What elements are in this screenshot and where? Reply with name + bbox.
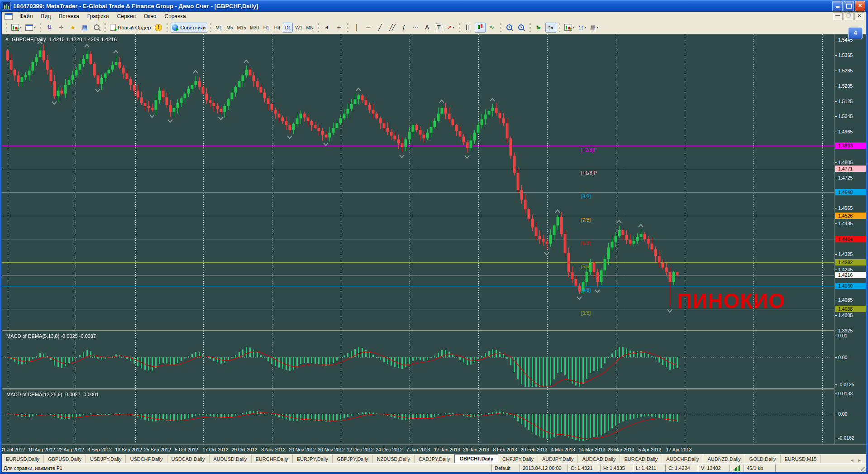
symbol-tab-audchf[interactable]: AUDCHF,Daily <box>662 455 703 463</box>
auto-scroll-button[interactable]: t▸ <box>534 23 544 33</box>
window-border-right <box>866 12 868 474</box>
symbol-tab-usdchf[interactable]: USDCHF,Daily <box>126 455 167 463</box>
market-watch-button[interactable]: ⇅ <box>44 23 55 33</box>
maximize-button[interactable] <box>844 1 854 11</box>
timeframe-button-m30[interactable]: M30 <box>248 23 260 33</box>
periods-button[interactable]: ◷▾ <box>577 23 588 33</box>
menu-item-файл[interactable]: Файл <box>15 12 37 20</box>
profiles-button[interactable]: ▾ <box>24 23 37 33</box>
time-axis[interactable]: 31 Jul 201210 Aug 201222 Aug 20123 Sep 2… <box>2 444 866 455</box>
symbol-tab-audjpy[interactable]: AUDJPY,Daily <box>538 455 578 463</box>
timeframe-button-d1[interactable]: D1 <box>283 23 293 33</box>
templates-button[interactable]: ▦▾ <box>589 23 600 33</box>
cycle-lines-button[interactable]: ⋯ <box>410 23 421 33</box>
symbol-tab-gbpchf[interactable]: GBPCHF,Daily <box>454 454 498 463</box>
menu-item-справка[interactable]: Справка <box>161 12 190 20</box>
toolbar-grip[interactable] <box>529 23 531 32</box>
symbol-tab-usdcad[interactable]: USDCAD,Daily <box>167 455 210 463</box>
menu-item-окно[interactable]: Окно <box>140 12 161 20</box>
channel-button[interactable]: ╱╱ <box>386 23 397 33</box>
cursor-tool-button[interactable]: ➤ <box>322 23 333 33</box>
horizontal-line-button[interactable]: ─ <box>363 23 374 33</box>
symbol-tab-audnzd[interactable]: AUDNZD,Daily <box>703 455 745 463</box>
timeframe-button-mn[interactable]: MN <box>305 23 315 33</box>
crosshair-tool-button[interactable]: ＋ <box>334 23 344 33</box>
symbol-tab-cadjpy[interactable]: CADJPY,Daily <box>415 455 455 463</box>
new-chart-button[interactable]: ▾ <box>10 23 23 33</box>
text-label-button[interactable]: T <box>434 23 444 33</box>
menu-item-вид[interactable]: Вид <box>37 12 55 20</box>
toolbar-grip[interactable] <box>6 23 7 32</box>
strategy-tester-button[interactable] <box>91 23 102 33</box>
toolbar-grip[interactable] <box>40 23 41 32</box>
toolbar-grip[interactable] <box>105 23 106 32</box>
timeframe-button-h4[interactable]: H4 <box>272 23 282 33</box>
symbol-tab-gold[interactable]: GOLD,Daily <box>745 455 781 463</box>
menu-item-вставка[interactable]: Вставка <box>55 12 83 20</box>
navigator-button[interactable]: ★ <box>67 23 78 33</box>
trendline-button[interactable]: ╱ <box>375 23 386 33</box>
indicators-button[interactable]: ▾ <box>563 23 576 33</box>
timeframe-button-w1[interactable]: W1 <box>294 23 304 33</box>
price-chart-canvas[interactable] <box>2 34 834 444</box>
bar-chart-button[interactable] <box>463 23 474 33</box>
timeframe-button-h1[interactable]: H1 <box>261 23 271 33</box>
price-axis[interactable]: 1.54451.53651.52851.52051.51251.50451.49… <box>834 34 867 444</box>
terminal-button[interactable]: ▤ <box>79 23 90 33</box>
expert-advisors-button[interactable]: Советники <box>171 23 207 33</box>
zoom-out-button[interactable]: - <box>516 23 527 33</box>
candlestick-chart-button[interactable] <box>475 23 486 33</box>
toolbar-grip[interactable] <box>167 23 168 32</box>
pane-splitter[interactable] <box>2 330 866 331</box>
symbol-tab-usdjpy[interactable]: USDJPY,Daily <box>86 455 126 463</box>
chart-system-icon[interactable] <box>5 13 13 20</box>
symbol-tab-eurusd[interactable]: EURUSD,M15 <box>781 455 821 463</box>
symbol-tab-chfjpy[interactable]: CHFJPY,Daily <box>498 455 538 463</box>
chart-dropdown-caret-icon[interactable]: ▼ <box>5 37 9 42</box>
symbol-tab-gbpusd[interactable]: GBPUSD,Daily <box>44 455 86 463</box>
symbol-tab-nzdusd[interactable]: NZDUSD,Daily <box>373 455 415 463</box>
metaeditor-alert-button[interactable]: ! <box>153 23 164 33</box>
mdi-minimize-button[interactable]: — <box>833 12 843 20</box>
cycle-lines-icon: ⋯ <box>412 24 418 31</box>
chart-area[interactable] <box>2 34 834 444</box>
status-profile[interactable]: Default <box>491 465 520 472</box>
data-window-button[interactable]: ✛ <box>56 23 67 33</box>
timeframe-button-m15[interactable]: M15 <box>236 23 248 33</box>
vertical-line-button[interactable]: │ <box>351 23 362 33</box>
fibonacci-button[interactable]: ƒ <box>398 23 409 33</box>
new-order-button[interactable]: Новый Ордер <box>109 23 152 33</box>
line-chart-button[interactable]: ∿ <box>486 23 497 33</box>
toolbar-grip[interactable] <box>500 23 501 32</box>
close-button[interactable]: ✕ <box>855 1 865 11</box>
toolbar-grip[interactable] <box>559 23 560 32</box>
tab-scroll-arrows[interactable]: ◂ ▸ <box>851 457 866 463</box>
title-bar[interactable]: 184470399: MetaTrader - E-Global Trade &… <box>0 0 868 12</box>
mdi-restore-button[interactable]: ❐ <box>844 12 854 20</box>
toolbar-grip[interactable] <box>318 23 319 32</box>
symbol-tab-audusd[interactable]: AUDUSD,Daily <box>210 455 252 463</box>
symbol-tab-audcad[interactable]: AUDCAD,Daily <box>578 455 620 463</box>
symbol-tab-eurcad[interactable]: EURCAD,Daily <box>620 455 662 463</box>
text-tool-button[interactable]: A <box>422 23 433 33</box>
chart-shift-button[interactable]: t◂ <box>545 23 556 33</box>
toolbar-grip[interactable] <box>347 23 348 32</box>
arrows-button[interactable]: ↗▾ <box>445 23 456 33</box>
minimize-button[interactable] <box>832 1 843 11</box>
pane-splitter[interactable] <box>2 389 866 389</box>
zoom-in-button[interactable]: + <box>504 23 515 33</box>
mdi-close-button[interactable]: ✕ <box>854 12 864 20</box>
symbol-tab-eurjpy[interactable]: EURJPY,Daily <box>293 455 333 463</box>
menu-item-графики[interactable]: Графики <box>83 12 113 20</box>
symbol-tab-gbpjpy[interactable]: GBPJPY,Daily <box>333 455 373 463</box>
notification-badge[interactable]: 4 <box>848 27 863 39</box>
symbol-tab-eurusd[interactable]: EURUSD,Daily <box>2 455 44 463</box>
menu-item-сервис[interactable]: Сервис <box>113 12 140 20</box>
murrey-level-label: [7/8] <box>581 217 591 223</box>
price-tick: 1.4565 <box>838 205 853 211</box>
timeframe-button-m5[interactable]: M5 <box>225 23 235 33</box>
timeframe-button-m1[interactable]: M1 <box>214 23 224 33</box>
symbol-tab-eurchf[interactable]: EURCHF,Daily <box>252 455 293 463</box>
toolbar-grip[interactable] <box>459 23 460 32</box>
toolbar-grip[interactable] <box>210 23 211 32</box>
